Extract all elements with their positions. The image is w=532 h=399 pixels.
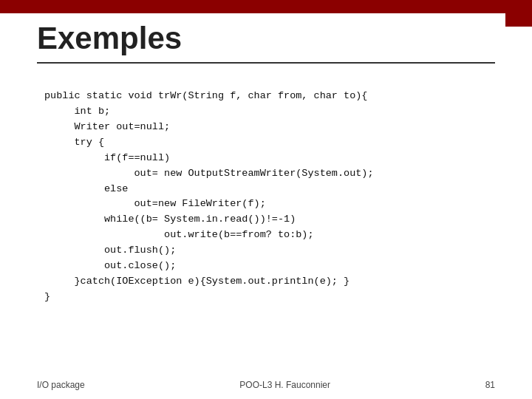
code-section: public static void trWr(String f, char f… (44, 89, 502, 305)
footer-right: 81 (485, 380, 495, 390)
corner-box (505, 0, 532, 27)
code-block: public static void trWr(String f, char f… (44, 89, 502, 305)
slide-title: Exemples (37, 21, 495, 56)
title-divider (37, 62, 495, 64)
footer-left: I/O package (37, 380, 85, 390)
footer-center: POO-L3 H. Fauconnier (239, 380, 330, 390)
title-section: Exemples (37, 21, 495, 64)
footer: I/O package POO-L3 H. Fauconnier 81 (0, 380, 532, 390)
top-bar (0, 0, 532, 13)
slide: Exemples public static void trWr(String … (0, 0, 532, 399)
